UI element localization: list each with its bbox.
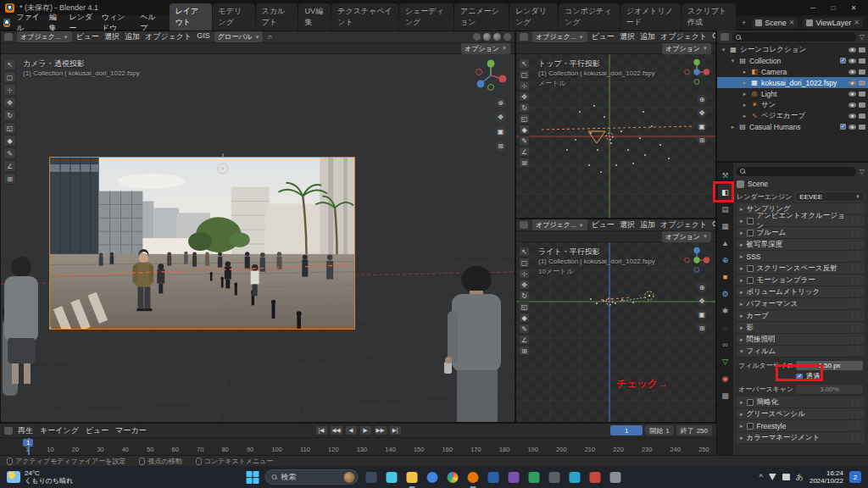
- taskbar-app-icon[interactable]: [547, 469, 563, 485]
- panel-checkbox[interactable]: [747, 230, 754, 236]
- viewport-tool-button[interactable]: ↖: [519, 58, 530, 69]
- taskbar-app-icon[interactable]: [364, 469, 380, 485]
- taskbar-weather[interactable]: 24°C くもりのち晴れ: [7, 469, 134, 485]
- outliner-row[interactable]: ▸ ▤ Casual Humans: [717, 121, 868, 132]
- hide-eye-icon[interactable]: [849, 58, 856, 64]
- panel-header[interactable]: モーションブラー ⋮⋮: [737, 274, 865, 286]
- next-keyframe-button[interactable]: ▶▶: [374, 425, 387, 435]
- taskbar-app-icon[interactable]: [506, 469, 522, 485]
- tool-options-dropdown[interactable]: オプション▼: [461, 43, 510, 54]
- viewport-tool-button[interactable]: ◆: [3, 135, 16, 147]
- snap-magnet-icon[interactable]: ∩: [267, 33, 272, 41]
- render-visibility-icon[interactable]: [859, 58, 865, 64]
- panel-header[interactable]: SSS ⋮⋮: [737, 251, 865, 263]
- add-workspace-button[interactable]: +: [737, 17, 750, 29]
- mode-dropdown[interactable]: オブジェク...▼: [17, 31, 72, 42]
- play-reverse-button[interactable]: ◀: [345, 425, 358, 435]
- viewport-menu-item[interactable]: 追加: [640, 219, 655, 230]
- expand-arrow-icon[interactable]: ▾: [721, 47, 726, 53]
- properties-tab-icon[interactable]: ■: [718, 269, 732, 285]
- navigation-gizmo[interactable]: [682, 57, 712, 87]
- expand-arrow-icon[interactable]: ▸: [742, 113, 748, 119]
- hide-eye-icon[interactable]: [849, 114, 856, 119]
- outliner-row[interactable]: ▸ ◧ Camera: [717, 66, 868, 77]
- shading-material-icon[interactable]: [493, 33, 501, 41]
- panel-header[interactable]: アンビエントオクルージョン ⋮⋮: [737, 215, 865, 227]
- render-visibility-icon[interactable]: [859, 80, 865, 86]
- viewlayer-unlink-icon[interactable]: ✕: [854, 19, 860, 26]
- minimize-button[interactable]: ─: [804, 2, 822, 14]
- collection-checkbox[interactable]: [840, 124, 846, 130]
- editor-type-icon[interactable]: [520, 33, 528, 41]
- playhead-frame-badge[interactable]: 1: [23, 439, 33, 446]
- panel-checkbox[interactable]: [747, 265, 754, 272]
- workspace-tab[interactable]: シェーディング: [399, 3, 453, 30]
- timeline-menu-item[interactable]: 再生: [18, 425, 33, 436]
- render-visibility-icon[interactable]: [859, 103, 865, 108]
- properties-tab-icon[interactable]: ▩: [718, 388, 732, 403]
- panel-header[interactable]: 簡略化 ⋮⋮: [737, 396, 865, 408]
- viewport-tool-button[interactable]: ∠: [3, 160, 16, 172]
- taskbar-app-icon[interactable]: [425, 469, 441, 485]
- properties-tab-icon[interactable]: ✱: [718, 303, 732, 319]
- viewport-menu-item[interactable]: GIS: [712, 31, 715, 42]
- workspace-tab[interactable]: モデリング: [213, 3, 255, 30]
- workspace-tab[interactable]: テクスチャペイント: [331, 3, 398, 30]
- hide-eye-icon[interactable]: [849, 47, 856, 53]
- mode-dropdown[interactable]: オブジェク...▼: [532, 31, 587, 42]
- render-visibility-icon[interactable]: [859, 69, 865, 75]
- close-button[interactable]: ✕: [844, 2, 863, 14]
- hide-eye-icon[interactable]: [849, 125, 856, 130]
- viewport-nav-icon[interactable]: ⊕: [697, 94, 707, 104]
- viewport-tool-button[interactable]: ▢: [519, 69, 530, 80]
- workspace-tab[interactable]: スクリプト作成: [682, 3, 736, 30]
- mode-dropdown[interactable]: オブジェク...▼: [532, 219, 587, 230]
- outliner-row[interactable]: ▸ ◎ Light: [717, 88, 868, 99]
- tool-options-dropdown[interactable]: オプション▼: [662, 43, 711, 54]
- viewport-menu-item[interactable]: 追加: [640, 31, 655, 42]
- panel-header[interactable]: パフォーマンス ⋮⋮: [737, 298, 865, 310]
- properties-tab-icon[interactable]: ◉: [718, 371, 732, 386]
- frame-start-field[interactable]: 開始 1: [645, 425, 673, 435]
- viewport-tool-button[interactable]: ✥: [3, 97, 16, 108]
- viewport-tool-button[interactable]: ✎: [519, 136, 530, 146]
- panel-header[interactable]: Freestyle ⋮⋮: [737, 420, 865, 432]
- play-button[interactable]: ▶: [359, 425, 372, 435]
- notification-badge[interactable]: 2: [849, 471, 861, 483]
- jump-to-start-button[interactable]: |◀: [315, 425, 328, 435]
- viewport-menu-item[interactable]: 選択: [104, 31, 120, 42]
- taskbar-app-icon[interactable]: [587, 469, 604, 485]
- tray-expand-caret[interactable]: ^: [760, 473, 763, 481]
- viewport-tool-button[interactable]: ✎: [3, 147, 16, 159]
- viewport-nav-icon[interactable]: ⊕: [697, 282, 707, 292]
- viewport-tool-button[interactable]: ▢: [519, 258, 530, 268]
- properties-tab-icon[interactable]: ◌: [718, 320, 732, 336]
- viewport-nav-icon[interactable]: ▣: [697, 309, 707, 319]
- viewport-tool-button[interactable]: ✎: [519, 324, 530, 334]
- properties-tab-icon[interactable]: ▲: [718, 236, 732, 251]
- viewport-light[interactable]: オブジェク...▼ ビュー選択追加オブジェクトGIS オプション▼ ↖▢⊹✥↻◱…: [515, 219, 716, 423]
- viewlayer-selector[interactable]: ViewLayer ✕: [803, 18, 863, 28]
- taskbar-app-icon[interactable]: [567, 469, 583, 485]
- panel-header[interactable]: スクリーンスペース反射 ⋮⋮: [737, 263, 865, 274]
- taskbar-app-icon[interactable]: [526, 469, 542, 485]
- viewport-menu-item[interactable]: ビュー: [76, 31, 99, 42]
- expand-arrow-icon[interactable]: ▸: [742, 80, 748, 86]
- overscan-value[interactable]: 3.00%: [796, 385, 863, 394]
- viewport-menu-item[interactable]: GIS: [712, 219, 715, 230]
- viewport-nav-icon[interactable]: ⊕: [495, 97, 506, 108]
- hide-eye-icon[interactable]: [849, 80, 856, 86]
- viewport-menu-item[interactable]: GIS: [197, 31, 210, 42]
- viewport-nav-icon[interactable]: ▣: [495, 126, 506, 137]
- viewport-menu-item[interactable]: ビュー: [592, 219, 615, 230]
- viewport-tool-button[interactable]: ⊞: [519, 346, 530, 356]
- hide-eye-icon[interactable]: [849, 103, 856, 108]
- panel-header[interactable]: 影 ⋮⋮: [737, 322, 865, 334]
- maximize-button[interactable]: □: [824, 2, 843, 14]
- prev-keyframe-button[interactable]: ◀◀: [330, 425, 343, 435]
- workspace-tab[interactable]: レンダリング: [509, 3, 558, 30]
- shading-rendered-icon[interactable]: [504, 33, 511, 41]
- viewport-tool-button[interactable]: ⊹: [519, 269, 530, 279]
- panel-checkbox[interactable]: [747, 218, 754, 225]
- viewport-tool-button[interactable]: ↻: [3, 109, 16, 121]
